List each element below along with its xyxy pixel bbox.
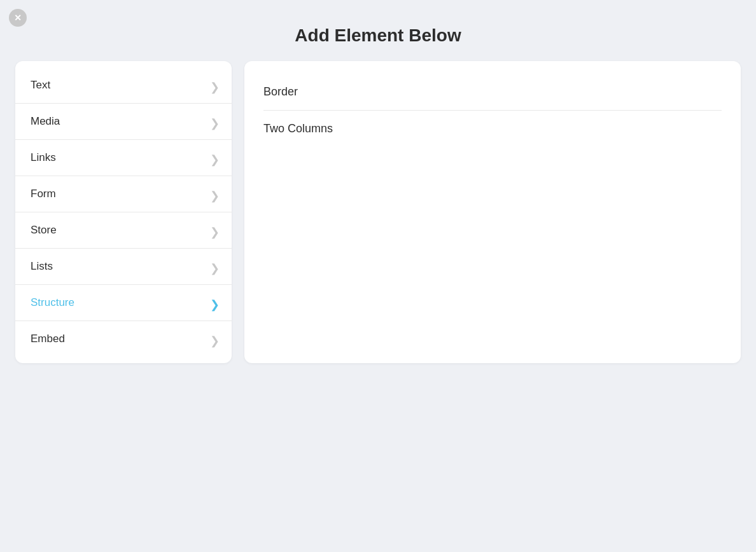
left-panel: Text❯Media❯Links❯Form❯Store❯Lists❯Struct… (15, 61, 232, 363)
chevron-icon-lists: ❯ (210, 261, 216, 272)
sidebar-item-structure[interactable]: Structure❯ (15, 285, 232, 321)
right-item-border[interactable]: Border (263, 74, 722, 111)
sidebar-item-media[interactable]: Media❯ (15, 104, 232, 140)
sidebar-item-label-lists: Lists (31, 260, 53, 273)
chevron-icon-links: ❯ (210, 153, 216, 163)
sidebar-item-label-store: Store (31, 224, 57, 237)
right-item-two-columns[interactable]: Two Columns (263, 111, 722, 147)
sidebar-item-links[interactable]: Links❯ (15, 140, 232, 176)
sidebar-item-store[interactable]: Store❯ (15, 212, 232, 249)
sidebar-item-label-media: Media (31, 115, 60, 128)
sidebar-item-label-structure: Structure (31, 296, 74, 309)
close-button[interactable]: ✕ (9, 9, 27, 27)
sidebar-item-text[interactable]: Text❯ (15, 67, 232, 104)
page-title: Add Element Below (295, 25, 461, 46)
chevron-icon-structure: ❯ (210, 298, 216, 308)
sidebar-item-label-embed: Embed (31, 333, 65, 345)
chevron-icon-media: ❯ (210, 116, 216, 127)
right-panel: BorderTwo Columns (244, 61, 741, 363)
right-item-label-two-columns: Two Columns (263, 122, 333, 135)
sidebar-item-label-form: Form (31, 188, 56, 200)
chevron-icon-form: ❯ (210, 189, 216, 199)
sidebar-item-label-text: Text (31, 79, 50, 92)
right-item-label-border: Border (263, 85, 298, 98)
sidebar-item-lists[interactable]: Lists❯ (15, 249, 232, 285)
sidebar-item-embed[interactable]: Embed❯ (15, 321, 232, 357)
content-area: Text❯Media❯Links❯Form❯Store❯Lists❯Struct… (15, 61, 741, 363)
chevron-icon-embed: ❯ (210, 334, 216, 344)
sidebar-item-label-links: Links (31, 151, 56, 164)
chevron-icon-text: ❯ (210, 80, 216, 90)
sidebar-item-form[interactable]: Form❯ (15, 176, 232, 212)
chevron-icon-store: ❯ (210, 225, 216, 235)
close-icon: ✕ (14, 13, 22, 23)
